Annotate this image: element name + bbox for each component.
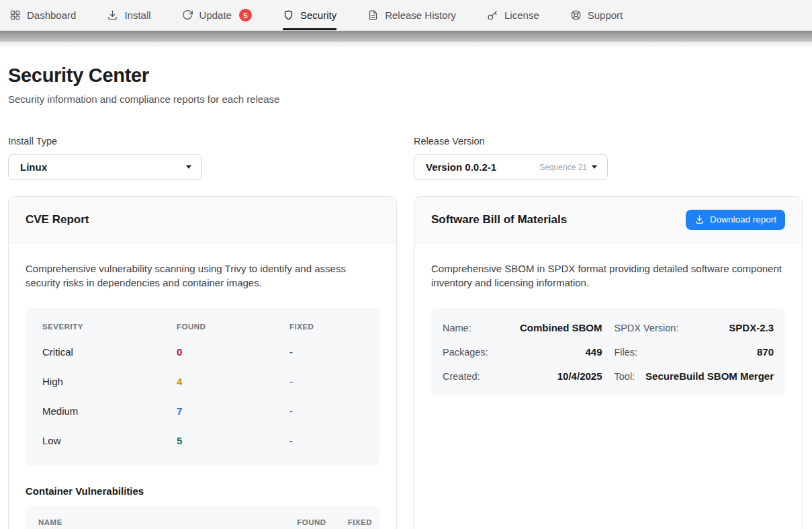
info-value: Combined SBOM — [520, 322, 602, 333]
nav-item-dashboard[interactable]: Dashboard — [9, 0, 76, 30]
fixed-col-header: FIXED — [289, 323, 363, 331]
nav-item-support[interactable]: Support — [570, 0, 623, 30]
release-version-select[interactable]: Version 0.0.2-1 Sequence 21 — [414, 154, 608, 180]
severity-col-header: SEVERITY — [42, 323, 177, 331]
release-version-label: Release Version — [414, 136, 803, 147]
nav-label: License — [504, 9, 539, 21]
nav-label: Install — [124, 9, 150, 21]
info-label: Files: — [615, 347, 638, 358]
severity-name: Low — [42, 435, 177, 446]
fixed-col-header: FIXED — [348, 518, 372, 526]
filters-row: Install Type Linux Release Version Versi… — [8, 136, 803, 180]
key-icon — [487, 9, 498, 21]
sbom-info-files: Files: 870 — [615, 340, 774, 364]
info-value: 449 — [585, 346, 602, 358]
found-col-header: FOUND — [297, 518, 326, 526]
table-row: Medium 7 - — [42, 397, 363, 426]
sbom-info-spdx-version: SPDX Version: SPDX-2.3 — [615, 316, 774, 340]
cve-report-title: CVE Report — [26, 213, 89, 227]
nav-label: Update — [199, 9, 232, 21]
info-value: SecureBuild SBOM Merger — [645, 370, 774, 382]
severity-found: 7 — [177, 405, 289, 417]
nav-label: Release History — [385, 9, 456, 21]
info-label: Tool: — [615, 371, 635, 382]
page-subtitle: Security information and compliance repo… — [8, 93, 803, 105]
info-value: SPDX-2.3 — [729, 322, 774, 333]
container-vulnerabilities-title: Container Vulnerabilities — [26, 485, 379, 497]
severity-name: Critical — [42, 346, 177, 358]
update-count-badge: 5 — [239, 9, 252, 22]
severity-table-header: SEVERITY FOUND FIXED — [42, 316, 363, 337]
chevron-down-icon — [592, 165, 597, 169]
sequence-badge: Sequence 21 — [539, 163, 587, 172]
info-value: 10/4/2025 — [557, 370, 602, 382]
release-version-meta-group: Sequence 21 — [539, 163, 597, 172]
refresh-icon — [182, 9, 193, 21]
severity-name: Medium — [42, 405, 177, 417]
severity-fixed: - — [289, 376, 363, 387]
cve-report-body: Comprehensive vulnerability scanning usi… — [9, 243, 396, 529]
sbom-body: Comprehensive SBOM in SPDX format provid… — [414, 243, 802, 415]
install-type-select[interactable]: Linux — [8, 154, 202, 180]
cards-row: CVE Report Comprehensive vulnerability s… — [8, 196, 803, 529]
page-title: Security Center — [8, 65, 803, 87]
top-navigation: Dashboard Install Update 5 Security Rele… — [0, 0, 812, 31]
sbom-title: Software Bill of Materials — [431, 213, 567, 227]
info-label: Created: — [443, 371, 480, 382]
sbom-info-tool: Tool: SecureBuild SBOM Merger — [615, 364, 774, 389]
main-content: Security Center Security information and… — [0, 65, 812, 529]
document-icon — [367, 9, 379, 21]
install-type-value: Linux — [20, 161, 47, 173]
table-row: Critical 0 - — [42, 337, 363, 367]
found-col-header: FOUND — [177, 323, 289, 331]
sbom-card: Software Bill of Materials Download repo… — [414, 196, 803, 529]
nav-scroll-fade — [0, 42, 812, 48]
release-version-field: Release Version Version 0.0.2-1 Sequence… — [414, 136, 803, 180]
severity-table: SEVERITY FOUND FIXED Critical 0 - High 4… — [26, 308, 379, 466]
severity-fixed: - — [289, 405, 363, 417]
name-col-header: NAME — [38, 518, 275, 526]
severity-fixed: - — [289, 346, 363, 358]
install-type-label: Install Type — [8, 136, 397, 147]
download-report-label: Download report — [710, 214, 776, 225]
sbom-info-created: Created: 10/4/2025 — [443, 364, 602, 389]
nav-item-security[interactable]: Security — [283, 0, 336, 30]
severity-found: 4 — [177, 376, 289, 387]
severity-name: High — [42, 376, 177, 387]
sbom-info-packages: Packages: 449 — [443, 340, 602, 364]
dashboard-icon — [9, 9, 21, 21]
table-row: Low 5 - — [42, 426, 363, 456]
nav-item-license[interactable]: License — [487, 0, 539, 30]
nav-scroll-shadow — [0, 31, 812, 42]
sbom-info-grid: Name: Combined SBOM SPDX Version: SPDX-2… — [431, 308, 785, 397]
shield-icon — [283, 9, 294, 21]
table-row: High 4 - — [42, 367, 363, 397]
container-vulnerabilities-table-header: NAME FOUND FIXED — [26, 506, 379, 529]
info-label: SPDX Version: — [615, 323, 679, 333]
nav-item-update[interactable]: Update 5 — [182, 0, 252, 30]
chevron-down-icon — [186, 165, 191, 169]
install-type-field: Install Type Linux — [8, 136, 397, 180]
download-icon — [107, 9, 118, 21]
nav-item-install[interactable]: Install — [107, 0, 150, 30]
info-label: Name: — [443, 323, 471, 333]
release-version-value: Version 0.0.2-1 — [426, 161, 496, 173]
nav-label: Security — [300, 9, 336, 21]
cve-report-header: CVE Report — [9, 197, 396, 243]
sbom-info-name: Name: Combined SBOM — [443, 316, 602, 340]
info-value: 870 — [757, 346, 774, 358]
cve-report-card: CVE Report Comprehensive vulnerability s… — [8, 196, 397, 529]
nav-label: Dashboard — [27, 9, 76, 21]
download-report-button[interactable]: Download report — [686, 210, 785, 230]
nav-item-release-history[interactable]: Release History — [367, 0, 456, 30]
lifebuoy-icon — [570, 9, 582, 21]
nav-label: Support — [588, 9, 623, 21]
sbom-description: Comprehensive SBOM in SPDX format provid… — [431, 261, 785, 290]
severity-found: 0 — [177, 346, 289, 358]
download-icon — [694, 214, 705, 225]
info-label: Packages: — [443, 347, 488, 358]
severity-fixed: - — [289, 435, 363, 446]
sbom-header: Software Bill of Materials Download repo… — [414, 197, 802, 243]
cve-report-description: Comprehensive vulnerability scanning usi… — [26, 261, 379, 290]
severity-found: 5 — [177, 435, 289, 446]
